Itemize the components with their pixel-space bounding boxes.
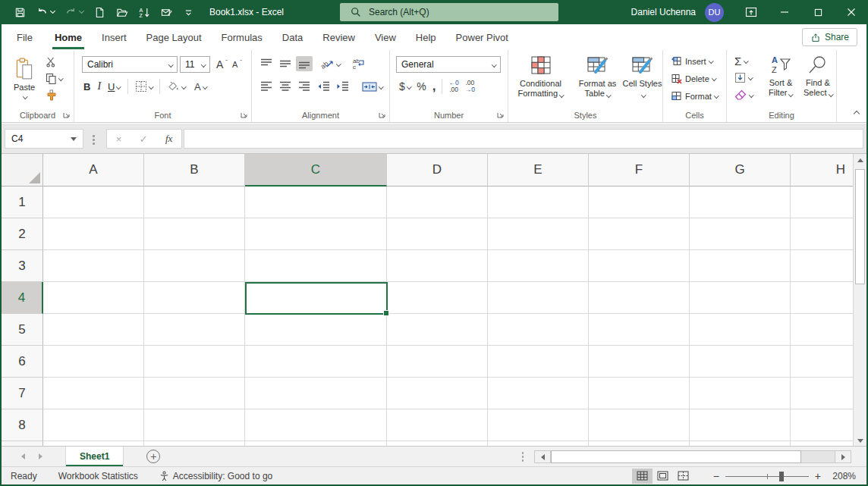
row-header-6[interactable]: 6	[2, 346, 43, 378]
number-dialog-launcher[interactable]	[497, 111, 505, 118]
accounting-dropdown-chevron[interactable]	[407, 84, 411, 89]
select-all-corner[interactable]	[2, 154, 43, 187]
font-color-button[interactable]: A	[194, 81, 206, 92]
autosum-button[interactable]: Σ	[734, 55, 748, 67]
copy-button[interactable]	[46, 73, 63, 84]
column-header-e[interactable]: E	[488, 154, 589, 187]
delete-cells-button[interactable]: Delete	[671, 73, 715, 84]
tab-formulas[interactable]: Formulas	[212, 24, 272, 50]
column-header-g[interactable]: G	[690, 154, 791, 187]
new-file-button[interactable]	[89, 0, 111, 24]
horizontal-scroll-thumb[interactable]	[551, 450, 801, 463]
close-button[interactable]	[835, 0, 868, 24]
underline-dropdown-chevron[interactable]	[117, 84, 121, 89]
middle-align-button[interactable]	[277, 56, 294, 71]
minimize-button[interactable]	[768, 0, 801, 24]
comma-style-button[interactable]: ,	[432, 79, 436, 94]
percent-style-button[interactable]: %	[417, 80, 426, 92]
font-size-combobox[interactable]: 11	[180, 56, 210, 73]
search-box[interactable]: Search (Alt+Q)	[340, 3, 558, 21]
column-header-a[interactable]: A	[43, 154, 144, 187]
increase-decimal-button[interactable]: ←0 .00	[448, 80, 458, 93]
tab-bar-splitter[interactable]	[522, 452, 524, 462]
avatar[interactable]: DU	[705, 3, 724, 22]
bottom-align-button[interactable]	[296, 56, 313, 71]
zoom-level[interactable]: 208%	[827, 471, 866, 481]
find-select-chevron[interactable]	[829, 92, 833, 96]
row-header-5[interactable]: 5	[2, 314, 43, 346]
fill-color-dropdown-chevron[interactable]	[182, 84, 187, 89]
page-break-view-button[interactable]	[673, 469, 693, 484]
column-header-h[interactable]: H	[791, 154, 853, 187]
tab-insert[interactable]: Insert	[92, 24, 137, 50]
wrap-text-button[interactable]: abc	[352, 58, 366, 70]
scroll-right-button[interactable]	[835, 450, 851, 463]
merge-center-button[interactable]	[362, 81, 383, 92]
alignment-dialog-launcher[interactable]	[379, 111, 386, 118]
tab-help[interactable]: Help	[406, 24, 446, 50]
selected-cell-c4[interactable]	[245, 282, 388, 315]
formula-bar-splitter[interactable]	[93, 135, 95, 145]
tab-data[interactable]: Data	[272, 24, 313, 50]
undo-dropdown-chevron[interactable]	[50, 8, 55, 14]
borders-dropdown-chevron[interactable]	[149, 84, 153, 89]
increase-font-size-button[interactable]: Aˆ	[216, 58, 228, 71]
undo-button[interactable]	[31, 0, 60, 24]
save-button[interactable]	[9, 0, 31, 24]
merge-center-dropdown-chevron[interactable]	[379, 84, 383, 89]
spreadsheet-grid[interactable]: A B C D E F G H 1 2 3 4 5 6 7 8	[2, 154, 866, 447]
zoom-slider-handle[interactable]	[779, 472, 784, 481]
decrease-decimal-button[interactable]: .00 →0	[465, 80, 475, 93]
workbook-statistics[interactable]: Workbook Statistics	[58, 471, 138, 481]
accessibility-status[interactable]: Accessibility: Good to go	[159, 471, 272, 481]
clear-button[interactable]	[734, 89, 753, 100]
find-select-button[interactable]: Find & Select	[800, 51, 835, 98]
horizontal-scroll-track[interactable]	[801, 450, 835, 463]
delete-dropdown-chevron[interactable]	[712, 76, 716, 80]
zoom-out-button[interactable]: −	[707, 470, 725, 482]
top-align-button[interactable]	[258, 56, 275, 71]
fill-color-button[interactable]	[167, 80, 186, 92]
name-box[interactable]: C4	[5, 129, 83, 149]
autosum-dropdown-chevron[interactable]	[744, 58, 748, 63]
insert-cells-button[interactable]: Insert	[671, 55, 712, 67]
column-header-f[interactable]: F	[589, 154, 690, 187]
orientation-dropdown-chevron[interactable]	[336, 61, 341, 66]
format-as-table-chevron[interactable]	[606, 92, 611, 97]
align-right-button[interactable]	[296, 79, 313, 94]
cut-button[interactable]	[46, 56, 63, 67]
insert-dropdown-chevron[interactable]	[709, 58, 713, 63]
row-header-1[interactable]: 1	[2, 187, 43, 218]
share-button[interactable]: Share	[802, 28, 857, 46]
fill-dropdown-chevron[interactable]	[748, 75, 753, 80]
zoom-in-button[interactable]: +	[809, 470, 827, 482]
font-name-combobox[interactable]: Calibri	[82, 56, 178, 73]
next-sheet-button[interactable]	[39, 453, 42, 459]
cell-styles-chevron[interactable]	[641, 92, 646, 97]
name-box-chevron[interactable]	[71, 137, 77, 141]
increase-indent-button[interactable]	[334, 79, 351, 94]
ribbon-display-options-button[interactable]	[734, 0, 768, 24]
font-color-dropdown-chevron[interactable]	[203, 84, 207, 89]
user-name[interactable]: Daniel Uchenna	[631, 7, 696, 17]
normal-view-button[interactable]	[632, 469, 653, 484]
customize-qat-button[interactable]	[178, 0, 199, 24]
open-file-button[interactable]	[111, 0, 134, 24]
maximize-button[interactable]	[801, 0, 835, 24]
align-left-button[interactable]	[258, 79, 275, 94]
row-header-3[interactable]: 3	[2, 250, 43, 282]
paste-dropdown-chevron[interactable]	[23, 94, 27, 99]
new-sheet-button[interactable]: +	[146, 450, 160, 463]
italic-button[interactable]: I	[97, 80, 101, 92]
page-layout-view-button[interactable]	[653, 469, 673, 484]
scroll-left-button[interactable]	[534, 450, 551, 463]
zoom-slider[interactable]	[725, 471, 809, 481]
horizontal-scrollbar[interactable]	[534, 450, 851, 463]
font-size-chevron[interactable]	[201, 62, 206, 67]
underline-button[interactable]: U	[108, 81, 121, 92]
decrease-indent-button[interactable]	[315, 79, 332, 94]
row-header-7[interactable]: 7	[2, 378, 43, 409]
column-header-d[interactable]: D	[387, 154, 488, 187]
accounting-format-button[interactable]: $	[399, 80, 410, 92]
orientation-button[interactable]: ab	[321, 58, 341, 70]
